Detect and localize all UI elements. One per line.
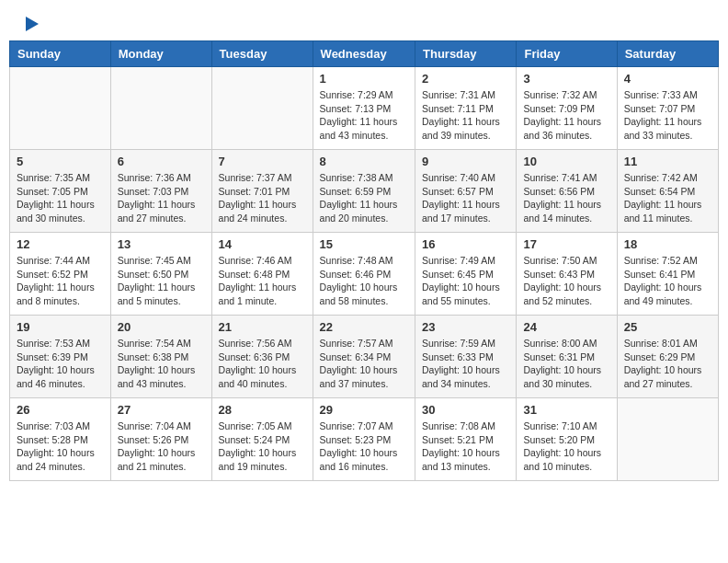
calendar-cell: 29Sunrise: 7:07 AM Sunset: 5:23 PM Dayli… bbox=[313, 398, 415, 481]
calendar-cell: 9Sunrise: 7:40 AM Sunset: 6:57 PM Daylig… bbox=[415, 150, 517, 233]
header-sunday: Sunday bbox=[10, 41, 111, 67]
day-info: Sunrise: 7:08 AM Sunset: 5:21 PM Dayligh… bbox=[422, 419, 509, 474]
day-number: 2 bbox=[422, 72, 509, 86]
calendar-cell: 10Sunrise: 7:41 AM Sunset: 6:56 PM Dayli… bbox=[517, 150, 617, 233]
day-number: 22 bbox=[320, 320, 408, 334]
day-number: 7 bbox=[219, 155, 306, 168]
calendar-cell: 7Sunrise: 7:37 AM Sunset: 7:01 PM Daylig… bbox=[211, 150, 313, 233]
calendar-header-row: SundayMondayTuesdayWednesdayThursdayFrid… bbox=[10, 41, 719, 67]
day-number: 10 bbox=[523, 155, 609, 168]
calendar-week-row: 19Sunrise: 7:53 AM Sunset: 6:39 PM Dayli… bbox=[10, 316, 719, 398]
day-number: 20 bbox=[118, 320, 205, 334]
day-info: Sunrise: 7:35 AM Sunset: 7:05 PM Dayligh… bbox=[17, 171, 104, 225]
day-info: Sunrise: 7:10 AM Sunset: 5:20 PM Dayligh… bbox=[523, 419, 609, 474]
calendar-cell: 20Sunrise: 7:54 AM Sunset: 6:38 PM Dayli… bbox=[110, 316, 211, 398]
header-tuesday: Tuesday bbox=[211, 41, 313, 67]
calendar-cell: 26Sunrise: 7:03 AM Sunset: 5:28 PM Dayli… bbox=[10, 398, 111, 481]
logo bbox=[23, 18, 39, 31]
calendar-cell: 1Sunrise: 7:29 AM Sunset: 7:13 PM Daylig… bbox=[313, 67, 415, 150]
day-info: Sunrise: 7:33 AM Sunset: 7:07 PM Dayligh… bbox=[624, 88, 711, 143]
day-info: Sunrise: 7:07 AM Sunset: 5:23 PM Dayligh… bbox=[320, 419, 408, 474]
calendar-cell: 2Sunrise: 7:31 AM Sunset: 7:11 PM Daylig… bbox=[415, 67, 517, 150]
calendar-cell: 6Sunrise: 7:36 AM Sunset: 7:03 PM Daylig… bbox=[110, 150, 211, 233]
day-number: 1 bbox=[320, 72, 408, 86]
day-number: 16 bbox=[422, 237, 509, 251]
day-info: Sunrise: 7:42 AM Sunset: 6:54 PM Dayligh… bbox=[624, 171, 711, 225]
day-info: Sunrise: 7:44 AM Sunset: 6:52 PM Dayligh… bbox=[17, 254, 104, 308]
day-number: 9 bbox=[422, 155, 509, 168]
calendar-week-row: 26Sunrise: 7:03 AM Sunset: 5:28 PM Dayli… bbox=[10, 398, 719, 481]
day-number: 27 bbox=[118, 403, 205, 417]
day-number: 26 bbox=[17, 403, 104, 417]
day-info: Sunrise: 7:59 AM Sunset: 6:33 PM Dayligh… bbox=[422, 337, 509, 391]
calendar-cell: 30Sunrise: 7:08 AM Sunset: 5:21 PM Dayli… bbox=[415, 398, 517, 481]
day-number: 31 bbox=[523, 403, 609, 417]
calendar-cell: 12Sunrise: 7:44 AM Sunset: 6:52 PM Dayli… bbox=[10, 233, 111, 316]
header-friday: Friday bbox=[517, 41, 617, 67]
day-number: 3 bbox=[523, 72, 609, 86]
calendar-cell: 31Sunrise: 7:10 AM Sunset: 5:20 PM Dayli… bbox=[517, 398, 617, 481]
day-info: Sunrise: 8:01 AM Sunset: 6:29 PM Dayligh… bbox=[624, 337, 711, 391]
day-number: 11 bbox=[624, 155, 711, 168]
calendar-cell: 21Sunrise: 7:56 AM Sunset: 6:36 PM Dayli… bbox=[211, 316, 313, 398]
calendar-cell: 19Sunrise: 7:53 AM Sunset: 6:39 PM Dayli… bbox=[10, 316, 111, 398]
day-info: Sunrise: 7:41 AM Sunset: 6:56 PM Dayligh… bbox=[523, 171, 609, 225]
calendar-cell bbox=[617, 398, 718, 481]
calendar-cell: 3Sunrise: 7:32 AM Sunset: 7:09 PM Daylig… bbox=[517, 67, 617, 150]
day-info: Sunrise: 7:52 AM Sunset: 6:41 PM Dayligh… bbox=[624, 254, 711, 308]
day-info: Sunrise: 7:49 AM Sunset: 6:45 PM Dayligh… bbox=[422, 254, 509, 308]
calendar-cell bbox=[211, 67, 313, 150]
calendar-cell: 17Sunrise: 7:50 AM Sunset: 6:43 PM Dayli… bbox=[517, 233, 617, 316]
calendar-week-row: 1Sunrise: 7:29 AM Sunset: 7:13 PM Daylig… bbox=[10, 67, 719, 150]
calendar-cell: 11Sunrise: 7:42 AM Sunset: 6:54 PM Dayli… bbox=[617, 150, 718, 233]
logo-arrow-icon bbox=[26, 17, 39, 31]
day-info: Sunrise: 7:46 AM Sunset: 6:48 PM Dayligh… bbox=[219, 254, 306, 308]
day-number: 15 bbox=[320, 237, 408, 251]
day-info: Sunrise: 7:38 AM Sunset: 6:59 PM Dayligh… bbox=[320, 171, 408, 225]
day-number: 21 bbox=[219, 320, 306, 334]
day-number: 29 bbox=[320, 403, 408, 417]
day-info: Sunrise: 7:04 AM Sunset: 5:26 PM Dayligh… bbox=[118, 419, 205, 474]
calendar-week-row: 5Sunrise: 7:35 AM Sunset: 7:05 PM Daylig… bbox=[10, 150, 719, 233]
day-info: Sunrise: 7:03 AM Sunset: 5:28 PM Dayligh… bbox=[17, 419, 104, 474]
header-saturday: Saturday bbox=[617, 41, 718, 67]
calendar-week-row: 12Sunrise: 7:44 AM Sunset: 6:52 PM Dayli… bbox=[10, 233, 719, 316]
day-number: 14 bbox=[219, 237, 306, 251]
day-number: 13 bbox=[118, 237, 205, 251]
calendar-cell: 24Sunrise: 8:00 AM Sunset: 6:31 PM Dayli… bbox=[517, 316, 617, 398]
calendar-cell: 4Sunrise: 7:33 AM Sunset: 7:07 PM Daylig… bbox=[617, 67, 718, 150]
calendar-cell: 5Sunrise: 7:35 AM Sunset: 7:05 PM Daylig… bbox=[10, 150, 111, 233]
calendar-cell: 8Sunrise: 7:38 AM Sunset: 6:59 PM Daylig… bbox=[313, 150, 415, 233]
day-info: Sunrise: 7:37 AM Sunset: 7:01 PM Dayligh… bbox=[219, 171, 306, 225]
day-info: Sunrise: 7:29 AM Sunset: 7:13 PM Dayligh… bbox=[320, 88, 408, 143]
day-number: 8 bbox=[320, 155, 408, 168]
day-info: Sunrise: 7:53 AM Sunset: 6:39 PM Dayligh… bbox=[17, 337, 104, 391]
header-thursday: Thursday bbox=[415, 41, 517, 67]
day-info: Sunrise: 7:48 AM Sunset: 6:46 PM Dayligh… bbox=[320, 254, 408, 308]
day-info: Sunrise: 7:36 AM Sunset: 7:03 PM Dayligh… bbox=[118, 171, 205, 225]
calendar-cell: 22Sunrise: 7:57 AM Sunset: 6:34 PM Dayli… bbox=[313, 316, 415, 398]
day-info: Sunrise: 7:50 AM Sunset: 6:43 PM Dayligh… bbox=[523, 254, 609, 308]
day-number: 19 bbox=[17, 320, 104, 334]
day-number: 5 bbox=[17, 155, 104, 168]
day-number: 17 bbox=[523, 237, 609, 251]
calendar-cell: 13Sunrise: 7:45 AM Sunset: 6:50 PM Dayli… bbox=[110, 233, 211, 316]
calendar-cell: 25Sunrise: 8:01 AM Sunset: 6:29 PM Dayli… bbox=[617, 316, 718, 398]
calendar-cell: 16Sunrise: 7:49 AM Sunset: 6:45 PM Dayli… bbox=[415, 233, 517, 316]
day-number: 30 bbox=[422, 403, 509, 417]
calendar-table: SundayMondayTuesdayWednesdayThursdayFrid… bbox=[9, 40, 719, 481]
day-info: Sunrise: 7:40 AM Sunset: 6:57 PM Dayligh… bbox=[422, 171, 509, 225]
day-info: Sunrise: 7:05 AM Sunset: 5:24 PM Dayligh… bbox=[219, 419, 306, 474]
day-info: Sunrise: 7:32 AM Sunset: 7:09 PM Dayligh… bbox=[523, 88, 609, 143]
day-number: 4 bbox=[624, 72, 711, 86]
header-wednesday: Wednesday bbox=[313, 41, 415, 67]
day-number: 28 bbox=[219, 403, 306, 417]
calendar-cell: 15Sunrise: 7:48 AM Sunset: 6:46 PM Dayli… bbox=[313, 233, 415, 316]
calendar-cell: 18Sunrise: 7:52 AM Sunset: 6:41 PM Dayli… bbox=[617, 233, 718, 316]
day-number: 12 bbox=[17, 237, 104, 251]
day-number: 23 bbox=[422, 320, 509, 334]
calendar-cell: 23Sunrise: 7:59 AM Sunset: 6:33 PM Dayli… bbox=[415, 316, 517, 398]
day-info: Sunrise: 7:56 AM Sunset: 6:36 PM Dayligh… bbox=[219, 337, 306, 391]
header-monday: Monday bbox=[110, 41, 211, 67]
day-info: Sunrise: 7:57 AM Sunset: 6:34 PM Dayligh… bbox=[320, 337, 408, 391]
